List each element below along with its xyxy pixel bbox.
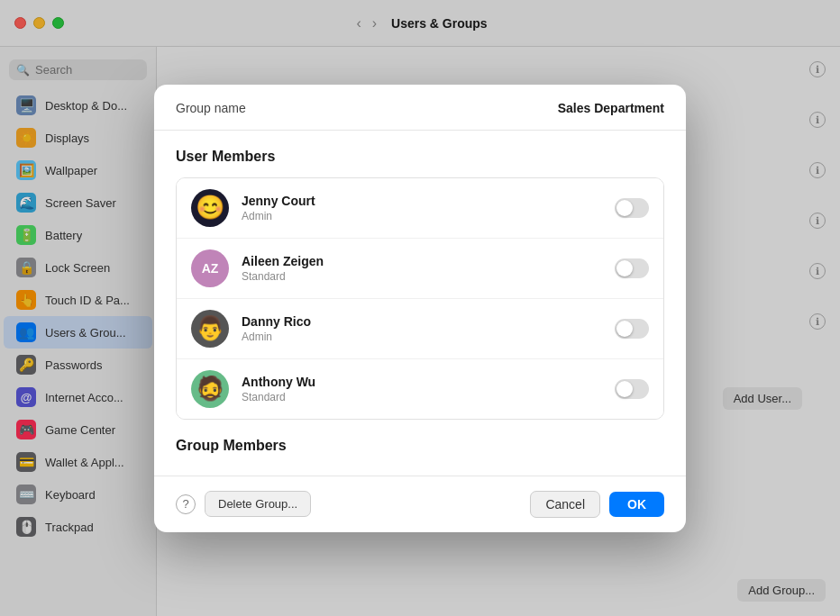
avatar-initials-aileen: AZ — [202, 261, 219, 276]
avatar-anthony: 🧔 — [191, 370, 229, 408]
group-name-value: Sales Department — [558, 101, 664, 115]
toggle-anthony[interactable] — [615, 379, 649, 399]
user-row: 👨 Danny Rico Admin — [177, 299, 663, 359]
group-name-label: Group name — [176, 101, 246, 115]
user-row: 🧔 Anthony Wu Standard — [177, 359, 663, 419]
avatar-danny: 👨 — [191, 310, 229, 348]
user-list: 😊 Jenny Court Admin AZ — [176, 177, 664, 420]
modal-body: User Members 😊 Jenny Court Admin — [154, 131, 686, 476]
user-info-aileen: Aileen Zeigen Standard — [242, 254, 615, 283]
modal-overlay: Group name Sales Department User Members… — [0, 0, 840, 616]
avatar-emoji-jenny: 😊 — [196, 194, 224, 222]
user-role-jenny: Admin — [242, 210, 615, 222]
avatar-emoji-danny: 👨 — [196, 314, 224, 342]
user-row: AZ Aileen Zeigen Standard — [177, 239, 663, 299]
user-members-title: User Members — [176, 149, 664, 165]
group-members-title: Group Members — [176, 438, 664, 454]
avatar-emoji-anthony: 🧔 — [196, 375, 224, 403]
user-info-danny: Danny Rico Admin — [242, 314, 615, 343]
toggle-knob-anthony — [616, 381, 633, 397]
user-name-aileen: Aileen Zeigen — [242, 254, 615, 268]
cancel-button[interactable]: Cancel — [530, 491, 600, 518]
toggle-knob-danny — [616, 321, 633, 337]
delete-group-button[interactable]: Delete Group... — [205, 491, 311, 517]
user-row: 😊 Jenny Court Admin — [177, 178, 663, 239]
user-name-danny: Danny Rico — [242, 314, 615, 329]
user-role-aileen: Standard — [242, 270, 615, 283]
user-name-jenny: Jenny Court — [242, 194, 615, 208]
user-name-anthony: Anthony Wu — [242, 375, 615, 389]
help-button[interactable]: ? — [176, 494, 196, 514]
modal-footer: ? Delete Group... Cancel OK — [154, 476, 686, 532]
modal-dialog: Group name Sales Department User Members… — [154, 85, 686, 532]
group-members-section: Group Members — [176, 438, 664, 476]
avatar-aileen: AZ — [191, 249, 229, 287]
avatar-jenny: 😊 — [191, 189, 229, 227]
toggle-aileen[interactable] — [615, 258, 649, 278]
toggle-knob-jenny — [616, 200, 633, 216]
toggle-jenny[interactable] — [615, 198, 649, 218]
user-role-anthony: Standard — [242, 391, 615, 403]
toggle-knob-aileen — [616, 260, 633, 276]
user-info-jenny: Jenny Court Admin — [242, 194, 615, 222]
user-role-danny: Admin — [242, 331, 615, 343]
toggle-danny[interactable] — [615, 319, 649, 339]
ok-button[interactable]: OK — [609, 492, 664, 517]
user-info-anthony: Anthony Wu Standard — [242, 375, 615, 403]
modal-header: Group name Sales Department — [154, 85, 686, 131]
